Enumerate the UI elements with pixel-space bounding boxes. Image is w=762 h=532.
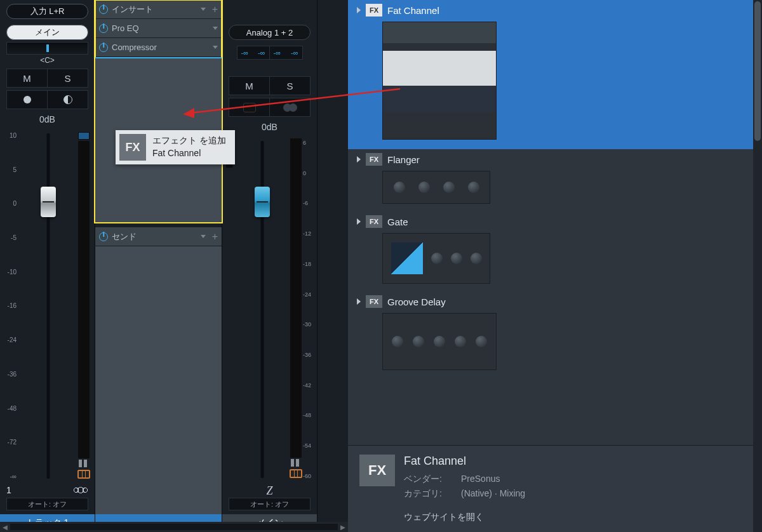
svg-marker-1 bbox=[183, 108, 194, 118]
record-dot-icon bbox=[23, 96, 31, 103]
channel-number: 1 bbox=[6, 485, 11, 495]
dropdown-icon[interactable] bbox=[213, 46, 218, 49]
browser-item-fat-channel[interactable]: FX Fat Channel bbox=[348, 0, 762, 149]
fader-track[interactable] bbox=[19, 130, 77, 482]
info-title: Fat Channel bbox=[404, 455, 751, 468]
scrollbar-thumb[interactable] bbox=[754, 1, 761, 141]
dropdown-icon[interactable] bbox=[201, 235, 206, 238]
expand-icon[interactable] bbox=[357, 218, 361, 225]
open-website-link[interactable]: ウェブサイトを開く bbox=[404, 512, 751, 523]
dropdown-icon[interactable] bbox=[201, 8, 206, 11]
z-icon[interactable]: Z bbox=[229, 484, 311, 498]
info-category-value: (Native) · Mixing bbox=[461, 486, 525, 500]
pause-icon[interactable] bbox=[291, 459, 301, 467]
insert-slot-label: Compressor bbox=[112, 43, 209, 52]
right-delay-button[interactable]: -∞-∞ bbox=[270, 46, 303, 60]
svg-line-0 bbox=[190, 89, 400, 113]
level-meter bbox=[77, 130, 91, 482]
drag-tooltip: FX エフェクト を追加 Fat Channel bbox=[116, 130, 235, 164]
fx-badge-icon: FX bbox=[366, 153, 382, 166]
info-vendor-key: ベンダー: bbox=[404, 472, 461, 486]
drag-tooltip-line1: エフェクト を追加 bbox=[152, 135, 226, 147]
scroll-right-icon[interactable]: ► bbox=[338, 522, 348, 532]
add-insert-button[interactable]: + bbox=[212, 4, 218, 15]
automation-mode-button[interactable]: オート: オフ bbox=[229, 498, 311, 510]
solo-button[interactable]: S bbox=[48, 69, 88, 88]
pan-value: <C> bbox=[0, 56, 95, 65]
drag-tooltip-line2: Fat Channel bbox=[152, 147, 226, 160]
plugin-thumbnail[interactable] bbox=[382, 171, 490, 204]
plugin-info-panel: FX Fat Channel ベンダー:PreSonus カテゴリ:(Nativ… bbox=[348, 445, 762, 532]
insert-slot[interactable]: Pro EQ bbox=[95, 19, 222, 38]
mixer-scrollbar[interactable]: ◄ ► bbox=[0, 522, 348, 532]
fader-handle-main[interactable] bbox=[255, 187, 270, 217]
browser-item-label: Gate bbox=[387, 216, 408, 227]
metering-icon[interactable] bbox=[290, 469, 302, 478]
browser-item-label: Fat Channel bbox=[387, 5, 439, 16]
fx-badge-icon: FX bbox=[359, 455, 395, 486]
mute-button[interactable]: M bbox=[6, 69, 48, 88]
power-icon[interactable] bbox=[99, 232, 108, 241]
insert-slot[interactable]: Compressor bbox=[95, 38, 222, 57]
metering-icon[interactable] bbox=[77, 470, 90, 479]
record-arm-button[interactable] bbox=[6, 90, 48, 109]
left-delay-button[interactable]: -∞-∞ bbox=[237, 46, 270, 60]
fader-scale: 1050-5-10-16-24-36-48-72-∞ bbox=[1, 130, 19, 482]
pause-icon[interactable] bbox=[79, 460, 89, 467]
power-icon[interactable] bbox=[99, 24, 108, 33]
meter-scale: 60-6-12-18-24-30-36-42-48-54-60 bbox=[303, 137, 313, 482]
send-header: センド + bbox=[95, 227, 222, 246]
send-drop-area[interactable] bbox=[95, 246, 222, 514]
scroll-left-icon[interactable]: ◄ bbox=[0, 522, 10, 532]
fx-badge-icon: FX bbox=[366, 215, 382, 228]
insert-header-label: インサート bbox=[112, 4, 197, 15]
insert-header: インサート + bbox=[95, 0, 222, 19]
level-meter bbox=[289, 137, 303, 482]
wave-icon[interactable] bbox=[73, 485, 88, 495]
expand-icon[interactable] bbox=[357, 298, 361, 305]
browser-item-flanger[interactable]: FX Flanger bbox=[348, 149, 762, 211]
fx-badge-icon: FX bbox=[366, 4, 382, 17]
channel-strip-track: 入力 L+R メイン <C> M S 0dB 1050-5-10-16-24-3… bbox=[0, 0, 95, 532]
input-selector[interactable]: 入力 L+R bbox=[6, 4, 88, 19]
plugin-thumbnail[interactable] bbox=[382, 233, 490, 284]
annotation-arrow bbox=[178, 76, 406, 127]
insert-slot-label: Pro EQ bbox=[112, 23, 209, 33]
automation-mode-button[interactable]: オート: オフ bbox=[6, 498, 88, 510]
power-icon[interactable] bbox=[99, 43, 108, 52]
fader-track[interactable] bbox=[235, 137, 289, 482]
browser-item-gate[interactable]: FX Gate bbox=[348, 211, 762, 291]
info-vendor-value: PreSonus bbox=[461, 472, 500, 486]
browser-item-groove-delay[interactable]: FX Groove Delay bbox=[348, 291, 762, 378]
pan-slider[interactable] bbox=[6, 42, 88, 55]
add-send-button[interactable]: + bbox=[212, 232, 218, 242]
fader-handle[interactable] bbox=[41, 187, 56, 217]
info-category-key: カテゴリ: bbox=[404, 486, 461, 500]
dropdown-icon[interactable] bbox=[213, 27, 218, 30]
output-selector[interactable]: メイン bbox=[6, 25, 88, 40]
send-header-label: センド bbox=[112, 231, 197, 243]
browser-item-label: Groove Delay bbox=[387, 296, 446, 307]
power-icon[interactable] bbox=[99, 5, 108, 14]
hw-output-selector[interactable]: Analog 1 + 2 bbox=[229, 25, 311, 40]
effects-browser: FX Fat Channel FX Flanger bbox=[348, 0, 762, 532]
expand-icon[interactable] bbox=[357, 7, 361, 13]
expand-icon[interactable] bbox=[357, 156, 361, 163]
fx-badge-icon: FX bbox=[366, 295, 382, 308]
monitor-button[interactable] bbox=[48, 90, 88, 109]
browser-item-label: Flanger bbox=[387, 154, 420, 165]
browser-scrollbar[interactable] bbox=[753, 0, 762, 532]
monitor-icon bbox=[64, 95, 72, 104]
fx-badge-icon: FX bbox=[119, 134, 146, 161]
plugin-thumbnail[interactable] bbox=[382, 313, 497, 370]
fader-db-label: 0dB bbox=[0, 114, 95, 124]
